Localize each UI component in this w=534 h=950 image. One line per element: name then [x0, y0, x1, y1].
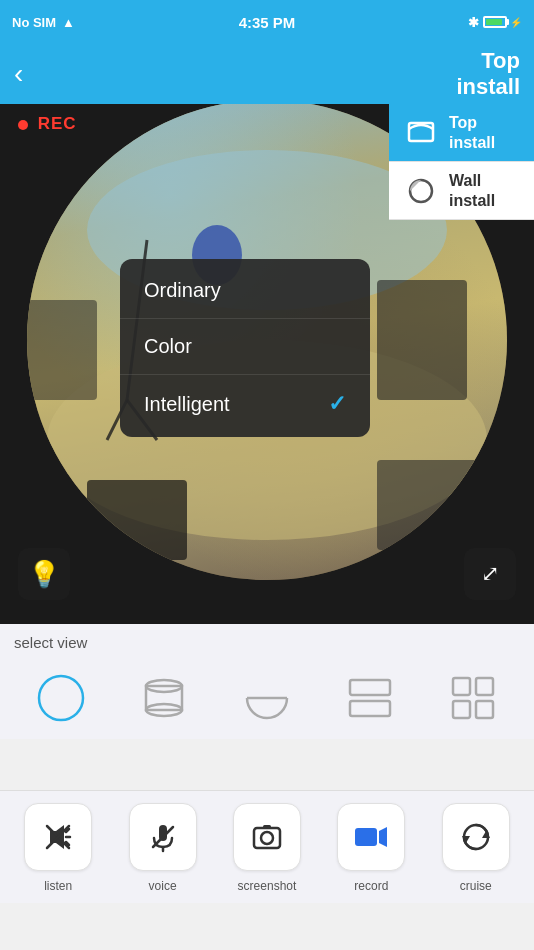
cruise-label: cruise: [460, 879, 492, 893]
status-right: ✱ ⚡: [468, 15, 522, 30]
record-label: record: [354, 879, 388, 893]
check-mark-icon: ✓: [328, 391, 346, 417]
battery-icon: [483, 16, 507, 28]
bluetooth-icon: ✱: [468, 15, 479, 30]
svg-rect-17: [350, 680, 390, 695]
install-dropdown: Topinstall Wallinstall: [389, 104, 534, 220]
cruise-icon-box: [442, 803, 510, 871]
bulb-icon: 💡: [28, 559, 60, 590]
svg-rect-35: [355, 828, 377, 846]
rec-badge: REC: [18, 114, 77, 134]
view-options: [14, 663, 520, 733]
expand-button[interactable]: ⤢: [464, 548, 516, 600]
view-option-four-grid[interactable]: [425, 663, 520, 733]
charging-icon: ⚡: [510, 17, 522, 28]
expand-icon: ⤢: [481, 561, 499, 587]
context-menu-ordinary[interactable]: Ordinary: [120, 263, 370, 318]
select-view-label: select view: [14, 634, 520, 651]
context-menu: Ordinary Color Intelligent ✓: [120, 259, 370, 437]
action-bar: listen voice screenshot: [0, 790, 534, 903]
record-icon-box: [337, 803, 405, 871]
app-header: ‹ Topinstall: [0, 44, 534, 104]
svg-rect-3: [27, 300, 97, 400]
top-install-icon: [403, 115, 439, 151]
select-view-section: select view: [0, 624, 534, 739]
context-label-intelligent: Intelligent: [144, 393, 230, 416]
svg-rect-21: [453, 701, 470, 718]
svg-rect-5: [377, 460, 497, 550]
svg-rect-22: [476, 701, 493, 718]
top-install-label: Topinstall: [449, 113, 495, 151]
rec-dot: [18, 120, 28, 130]
voice-label: voice: [149, 879, 177, 893]
listen-icon-box: [24, 803, 92, 871]
screenshot-icon-box: [233, 803, 301, 871]
view-option-two-rows[interactable]: [322, 663, 417, 733]
svg-point-12: [39, 676, 83, 720]
battery-container: ⚡: [483, 16, 522, 28]
top-install-option[interactable]: Topinstall: [389, 104, 534, 162]
svg-rect-4: [87, 480, 187, 560]
wall-install-label: Wallinstall: [449, 171, 495, 209]
context-label-color: Color: [144, 335, 192, 358]
wall-install-icon: [403, 173, 439, 209]
wifi-icon: ▲: [62, 15, 75, 30]
record-button[interactable]: record: [327, 803, 415, 893]
wall-install-option[interactable]: Wallinstall: [389, 162, 534, 220]
header-title: Topinstall: [456, 48, 520, 101]
carrier-label: No SIM: [12, 15, 56, 30]
svg-rect-19: [453, 678, 470, 695]
status-bar: No SIM ▲ 4:35 PM ✱ ⚡: [0, 0, 534, 44]
svg-rect-2: [377, 280, 467, 400]
back-button[interactable]: ‹: [14, 60, 23, 88]
svg-rect-18: [350, 701, 390, 716]
listen-label: listen: [44, 879, 72, 893]
context-menu-intelligent[interactable]: Intelligent ✓: [120, 374, 370, 433]
view-option-circle[interactable]: [14, 663, 109, 733]
context-menu-color[interactable]: Color: [120, 318, 370, 374]
cruise-button[interactable]: cruise: [432, 803, 520, 893]
screenshot-button[interactable]: screenshot: [223, 803, 311, 893]
status-left: No SIM ▲: [12, 15, 75, 30]
status-time: 4:35 PM: [239, 14, 296, 31]
listen-button[interactable]: listen: [14, 803, 102, 893]
svg-rect-34: [263, 825, 271, 829]
context-label-ordinary: Ordinary: [144, 279, 221, 302]
voice-icon-box: [129, 803, 197, 871]
svg-point-33: [261, 832, 273, 844]
view-option-cylinder[interactable]: [117, 663, 212, 733]
svg-marker-36: [379, 827, 387, 847]
bulb-button[interactable]: 💡: [18, 548, 70, 600]
svg-rect-20: [476, 678, 493, 695]
view-option-bowl[interactable]: [220, 663, 315, 733]
voice-button[interactable]: voice: [119, 803, 207, 893]
screenshot-label: screenshot: [238, 879, 297, 893]
